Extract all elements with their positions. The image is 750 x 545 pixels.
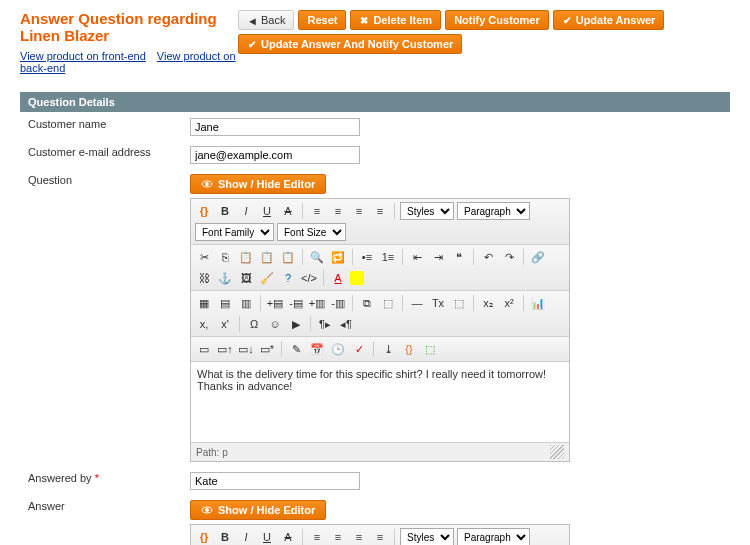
sub2-icon[interactable]: x,	[195, 315, 213, 333]
unlink-icon[interactable]: ⛓	[195, 269, 213, 287]
textcolor-icon[interactable]: A	[329, 269, 347, 287]
align-justify-icon[interactable]: ≡	[371, 528, 389, 545]
hr-icon[interactable]: —	[408, 294, 426, 312]
emoji-icon[interactable]: ☺	[266, 315, 284, 333]
italic-icon[interactable]: I	[237, 528, 255, 545]
paste-word-icon[interactable]: 📋	[279, 248, 297, 266]
date-icon[interactable]: 📅	[308, 340, 326, 358]
bold-icon[interactable]: B	[216, 528, 234, 545]
align-center-icon[interactable]: ≡	[329, 528, 347, 545]
answered-by-input[interactable]	[190, 472, 360, 490]
align-justify-icon[interactable]: ≡	[371, 202, 389, 220]
align-right-icon[interactable]: ≡	[350, 202, 368, 220]
action-buttons: ◄Back Reset ✖Delete Item Notify Customer…	[238, 10, 730, 54]
time-icon[interactable]: 🕒	[329, 340, 347, 358]
strike-icon[interactable]: A	[279, 528, 297, 545]
bold-icon[interactable]: B	[216, 202, 234, 220]
delete-icon: ✖	[359, 15, 369, 25]
show-hide-editor-answer[interactable]: Show / Hide Editor	[190, 500, 326, 520]
editor-toolbar-3: ▦ ▤ ▥ +▤ -▤ +▥ -▥ ⧉ ⬚ — Tx ⬚ x₂	[191, 291, 569, 337]
replace-icon[interactable]: 🔁	[329, 248, 347, 266]
sup-icon[interactable]: x²	[500, 294, 518, 312]
check-icon: ✔	[247, 39, 257, 49]
merge-icon[interactable]: ⧉	[358, 294, 376, 312]
answer-editor: {} B I U A ≡ ≡ ≡ ≡ Styles Paragraph Font…	[190, 524, 570, 545]
font-family-dropdown[interactable]: Font Family	[195, 223, 274, 241]
media-icon[interactable]: ▶	[287, 315, 305, 333]
bgcolor-icon[interactable]	[350, 271, 364, 285]
link-icon[interactable]: 🔗	[529, 248, 547, 266]
undo-icon[interactable]: ↶	[479, 248, 497, 266]
redo-icon[interactable]: ↷	[500, 248, 518, 266]
clean-icon[interactable]: 🧹	[258, 269, 276, 287]
pagebreak-icon[interactable]: ⤓	[379, 340, 397, 358]
customer-email-input[interactable]	[190, 146, 360, 164]
number-list-icon[interactable]: 1≡	[379, 248, 397, 266]
deleterow-icon[interactable]: -▤	[287, 294, 305, 312]
resize-handle[interactable]	[550, 445, 564, 459]
anchor-icon[interactable]: ⚓	[216, 269, 234, 287]
styles-dropdown[interactable]: Styles	[400, 528, 454, 545]
show-hide-editor-question[interactable]: Show / Hide Editor	[190, 174, 326, 194]
find-icon[interactable]: 🔍	[308, 248, 326, 266]
strike-icon[interactable]: A	[279, 202, 297, 220]
italic-icon[interactable]: I	[237, 202, 255, 220]
delete-button[interactable]: ✖Delete Item	[350, 10, 441, 30]
indent-icon[interactable]: ⇥	[429, 248, 447, 266]
remove-format-icon[interactable]: Tx	[429, 294, 447, 312]
sup2-icon[interactable]: x'	[216, 315, 234, 333]
label-question: Question	[22, 170, 182, 466]
split-icon[interactable]: ⬚	[379, 294, 397, 312]
underline-icon[interactable]: U	[258, 528, 276, 545]
visualaid-icon[interactable]: ⬚	[450, 294, 468, 312]
layer-abs-icon[interactable]: ▭*	[258, 340, 276, 358]
ltr-icon[interactable]: ¶▸	[316, 315, 334, 333]
table-icon[interactable]: ▦	[195, 294, 213, 312]
tablecol-icon[interactable]: ▥	[237, 294, 255, 312]
font-size-dropdown[interactable]: Font Size	[277, 223, 346, 241]
styles-dropdown[interactable]: Styles	[400, 202, 454, 220]
insertrow-icon[interactable]: +▤	[266, 294, 284, 312]
source-icon[interactable]: {}	[195, 528, 213, 545]
paste-icon[interactable]: 📋	[237, 248, 255, 266]
align-right-icon[interactable]: ≡	[350, 528, 368, 545]
notify-button[interactable]: Notify Customer	[445, 10, 549, 30]
deletecol-icon[interactable]: -▥	[329, 294, 347, 312]
paste-text-icon[interactable]: 📋	[258, 248, 276, 266]
paragraph-dropdown[interactable]: Paragraph	[457, 528, 530, 545]
copy-icon[interactable]: ⎘	[216, 248, 234, 266]
spell-icon[interactable]: ✓	[350, 340, 368, 358]
omega-icon[interactable]: Ω	[245, 315, 263, 333]
paragraph-dropdown[interactable]: Paragraph	[457, 202, 530, 220]
rtl-icon[interactable]: ◂¶	[337, 315, 355, 333]
variable-icon[interactable]: ⬚	[421, 340, 439, 358]
back-button[interactable]: ◄Back	[238, 10, 294, 30]
image-icon[interactable]: 🖼	[237, 269, 255, 287]
code-icon[interactable]: </>	[300, 269, 318, 287]
align-center-icon[interactable]: ≡	[329, 202, 347, 220]
underline-icon[interactable]: U	[258, 202, 276, 220]
blockquote-icon[interactable]: ❝	[450, 248, 468, 266]
update-button[interactable]: ✔Update Answer	[553, 10, 665, 30]
cut-icon[interactable]: ✂	[195, 248, 213, 266]
widget-icon[interactable]: {}	[400, 340, 418, 358]
attr-icon[interactable]: ✎	[287, 340, 305, 358]
align-left-icon[interactable]: ≡	[308, 528, 326, 545]
layer-back-icon[interactable]: ▭↓	[237, 340, 255, 358]
chart-icon[interactable]: 📊	[529, 294, 547, 312]
view-front-link[interactable]: View product on front-end	[20, 50, 146, 62]
question-editor-body[interactable]: What is the delivery time for this speci…	[191, 362, 569, 442]
layer-fwd-icon[interactable]: ▭↑	[216, 340, 234, 358]
insertcol-icon[interactable]: +▥	[308, 294, 326, 312]
tablerow-icon[interactable]: ▤	[216, 294, 234, 312]
sub-icon[interactable]: x₂	[479, 294, 497, 312]
customer-name-input[interactable]	[190, 118, 360, 136]
layer-icon[interactable]: ▭	[195, 340, 213, 358]
outdent-icon[interactable]: ⇤	[408, 248, 426, 266]
align-left-icon[interactable]: ≡	[308, 202, 326, 220]
reset-button[interactable]: Reset	[298, 10, 346, 30]
help-icon[interactable]: ?	[279, 269, 297, 287]
source-icon[interactable]: {}	[195, 202, 213, 220]
bullet-list-icon[interactable]: •≡	[358, 248, 376, 266]
update-notify-button[interactable]: ✔Update Answer And Notify Customer	[238, 34, 462, 54]
